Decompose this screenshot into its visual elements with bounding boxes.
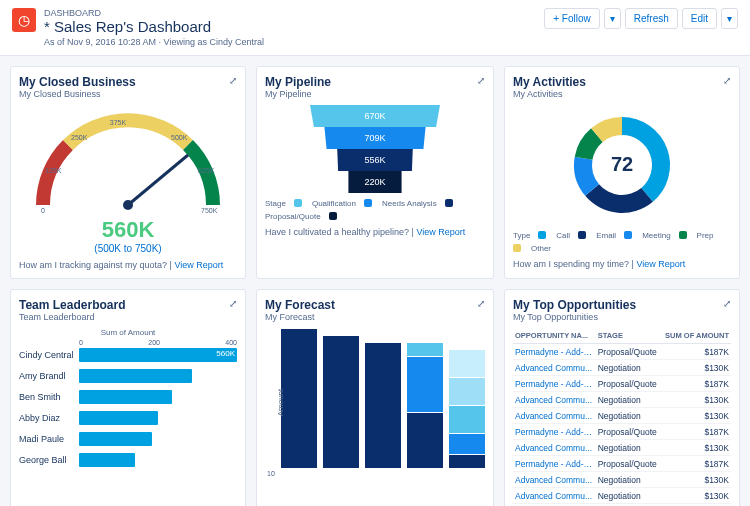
gauge-chart: 0 125K 250K 375K 500K 625K 750K 560K (50… bbox=[19, 105, 237, 254]
table-row[interactable]: Permadyne - Add-O...Proposal/Quote$187K bbox=[513, 424, 731, 440]
more-actions-button[interactable]: ▾ bbox=[721, 8, 738, 29]
dashboard-header: ◷ DASHBOARD * Sales Rep's Dashboard As o… bbox=[0, 0, 750, 56]
page-subtitle: As of Nov 9, 2016 10:28 AM · Viewing as … bbox=[44, 37, 264, 47]
expand-icon[interactable]: ⤢ bbox=[229, 298, 237, 309]
hbar-row: Ben Smith bbox=[19, 390, 237, 404]
opp-name-link[interactable]: Advanced Commu... bbox=[513, 440, 596, 456]
refresh-button[interactable]: Refresh bbox=[625, 8, 678, 29]
follow-button[interactable]: + Follow bbox=[544, 8, 600, 29]
header-actions: + Follow ▾ Refresh Edit ▾ bbox=[544, 8, 738, 29]
expand-icon[interactable]: ⤢ bbox=[723, 75, 731, 86]
opp-amount: $130K bbox=[661, 488, 731, 504]
svg-text:500K: 500K bbox=[171, 134, 188, 141]
table-row[interactable]: Advanced Commu...Negotiation$130K bbox=[513, 488, 731, 504]
funnel-segment: 220K bbox=[340, 171, 410, 193]
table-row[interactable]: Permadyne - Add-O...Proposal/Quote$187K bbox=[513, 344, 731, 360]
opp-amount: $187K bbox=[661, 456, 731, 472]
opp-name-link[interactable]: Advanced Commu... bbox=[513, 472, 596, 488]
card-footer-text: Have I cultivated a healthy pipeline? bbox=[265, 227, 409, 237]
card-footer-text: How am I tracking against my quota? bbox=[19, 260, 167, 270]
follow-menu-button[interactable]: ▾ bbox=[604, 8, 621, 29]
table-row[interactable]: Advanced Commu...Negotiation$130K bbox=[513, 360, 731, 376]
opp-stage: Proposal/Quote bbox=[596, 344, 661, 360]
opp-name-link[interactable]: Advanced Commu... bbox=[513, 408, 596, 424]
opp-stage: Proposal/Quote bbox=[596, 376, 661, 392]
expand-icon[interactable]: ⤢ bbox=[477, 298, 485, 309]
opp-amount: $130K bbox=[661, 360, 731, 376]
funnel-segment: 556K bbox=[330, 149, 420, 171]
hbar-row: Abby Diaz bbox=[19, 411, 237, 425]
svg-text:125K: 125K bbox=[45, 167, 62, 174]
funnel-segment: 670K bbox=[310, 105, 440, 127]
hbar-row: Madi Paule bbox=[19, 432, 237, 446]
table-row[interactable]: Advanced Commu...Negotiation$130K bbox=[513, 440, 731, 456]
opp-amount: $130K bbox=[661, 472, 731, 488]
y-tick: 10 bbox=[267, 470, 485, 477]
opp-amount: $187K bbox=[661, 424, 731, 440]
stacked-bar bbox=[365, 342, 401, 468]
card-leaderboard: ⤢ Team Leaderboard Team Leaderboard Sum … bbox=[10, 289, 246, 506]
card-subtitle: My Closed Business bbox=[19, 89, 237, 99]
card-subtitle: My Top Opportunities bbox=[513, 312, 731, 322]
card-top-opportunities: ⤢ My Top Opportunities My Top Opportunit… bbox=[504, 289, 740, 506]
card-title: Team Leaderboard bbox=[19, 298, 237, 312]
page-type-label: DASHBOARD bbox=[44, 8, 264, 18]
opp-name-link[interactable]: Permadyne - Add-O... bbox=[513, 376, 596, 392]
opp-name-link[interactable]: Advanced Commu... bbox=[513, 392, 596, 408]
card-title: My Top Opportunities bbox=[513, 298, 731, 312]
hbar-label: Cindy Central bbox=[19, 350, 79, 360]
opp-amount: $187K bbox=[661, 376, 731, 392]
stacked-bar bbox=[449, 349, 485, 468]
table-row[interactable]: Permadyne - Add-O...Proposal/Quote$187K bbox=[513, 376, 731, 392]
table-row[interactable]: Advanced Commu...Negotiation$130K bbox=[513, 472, 731, 488]
view-report-link[interactable]: View Report bbox=[174, 260, 223, 270]
hbar-label: Amy Brandl bbox=[19, 371, 79, 381]
expand-icon[interactable]: ⤢ bbox=[229, 75, 237, 86]
svg-text:72: 72 bbox=[611, 153, 633, 175]
funnel-segment: 709K bbox=[320, 127, 430, 149]
svg-text:375K: 375K bbox=[110, 119, 127, 126]
card-title: My Activities bbox=[513, 75, 731, 89]
card-subtitle: My Activities bbox=[513, 89, 731, 99]
opp-stage: Proposal/Quote bbox=[596, 424, 661, 440]
opp-name-link[interactable]: Permadyne - Add-O... bbox=[513, 424, 596, 440]
table-row[interactable]: Advanced Commu...Negotiation$130K bbox=[513, 392, 731, 408]
opp-name-link[interactable]: Advanced Commu... bbox=[513, 488, 596, 504]
opp-stage: Negotiation bbox=[596, 360, 661, 376]
card-subtitle: Team Leaderboard bbox=[19, 312, 237, 322]
hbar-label: Madi Paule bbox=[19, 434, 79, 444]
card-title: My Forecast bbox=[265, 298, 485, 312]
page-title: * Sales Rep's Dashboard bbox=[44, 18, 264, 35]
gauge-range: (500K to 750K) bbox=[19, 243, 237, 254]
funnel-chart: 670K709K556K220K bbox=[265, 105, 485, 193]
opp-stage: Negotiation bbox=[596, 440, 661, 456]
opp-stage: Negotiation bbox=[596, 472, 661, 488]
opp-amount: $130K bbox=[661, 408, 731, 424]
table-row[interactable]: Permadyne - Add-O...Proposal/Quote$187K bbox=[513, 456, 731, 472]
hbar-label: Ben Smith bbox=[19, 392, 79, 402]
svg-point-8 bbox=[123, 200, 133, 210]
card-footer-text: How am I spending my time? bbox=[513, 259, 629, 269]
svg-text:0: 0 bbox=[41, 207, 45, 214]
view-report-link[interactable]: View Report bbox=[416, 227, 465, 237]
axis-title: Sum of Amount bbox=[19, 328, 237, 337]
stacked-bar bbox=[281, 328, 317, 468]
expand-icon[interactable]: ⤢ bbox=[477, 75, 485, 86]
svg-text:625K: 625K bbox=[198, 167, 215, 174]
expand-icon[interactable]: ⤢ bbox=[723, 298, 731, 309]
svg-line-7 bbox=[128, 155, 188, 205]
opp-name-link[interactable]: Advanced Commu... bbox=[513, 360, 596, 376]
edit-button[interactable]: Edit bbox=[682, 8, 717, 29]
opp-name-link[interactable]: Permadyne - Add-O... bbox=[513, 344, 596, 360]
view-report-link[interactable]: View Report bbox=[636, 259, 685, 269]
dashboard-icon: ◷ bbox=[12, 8, 36, 32]
table-row[interactable]: Advanced Commu...Negotiation$130K bbox=[513, 408, 731, 424]
col-opportunity[interactable]: Opportunity Na... bbox=[513, 328, 596, 344]
col-amount[interactable]: Sum of Amount bbox=[661, 328, 731, 344]
stacked-bar-chart: Amount bbox=[281, 328, 485, 468]
opp-stage: Proposal/Quote bbox=[596, 456, 661, 472]
hbar-scale: 0200400 bbox=[79, 339, 237, 346]
y-axis-label: Amount bbox=[276, 389, 285, 417]
opp-name-link[interactable]: Permadyne - Add-O... bbox=[513, 456, 596, 472]
col-stage[interactable]: Stage bbox=[596, 328, 661, 344]
